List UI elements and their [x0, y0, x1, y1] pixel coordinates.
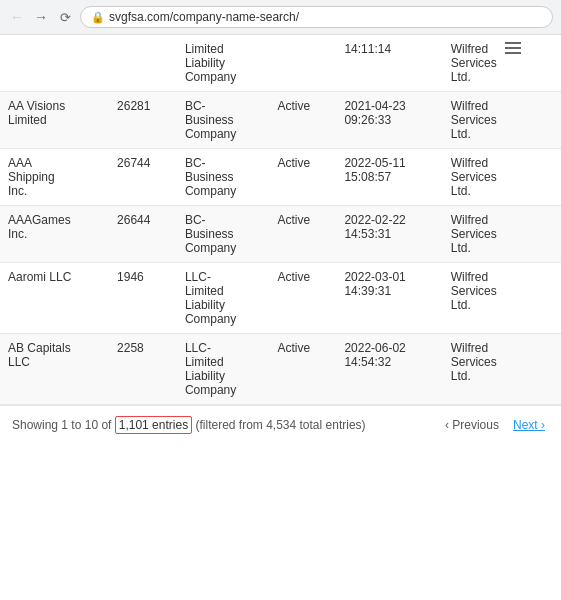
entries-count: 1,101 entries: [115, 416, 192, 434]
table-row: AAAShippingInc. 26744 BC-BusinessCompany…: [0, 149, 561, 206]
cell-agent: WilfredServicesLtd.: [443, 92, 561, 149]
cell-status: Active: [269, 334, 336, 405]
cell-registered: 2022-05-1115:08:57: [336, 149, 442, 206]
cell-status: [269, 35, 336, 92]
cell-registered: 14:11:14: [336, 35, 442, 92]
cell-registered: 2022-06-0214:54:32: [336, 334, 442, 405]
table-row: LimitedLiabilityCompany 14:11:14 Wilfred…: [0, 35, 561, 92]
address-bar[interactable]: 🔒 svgfsa.com/company-name-search/: [80, 6, 553, 28]
url-text: svgfsa.com/company-name-search/: [109, 10, 299, 24]
cell-number: 26281: [109, 92, 177, 149]
cell-status: Active: [269, 263, 336, 334]
previous-button[interactable]: ‹ Previous: [441, 416, 503, 434]
cell-number: 26644: [109, 206, 177, 263]
cell-agent: WilfredServicesLtd.: [443, 35, 561, 91]
showing-suffix: (filtered from 4,534 total entries): [192, 418, 365, 432]
table-footer: Showing 1 to 10 of 1,101 entries (filter…: [0, 405, 561, 444]
cell-registered: 2021-04-2309:26:33: [336, 92, 442, 149]
cell-name: AA VisionsLimited: [0, 92, 109, 149]
cell-name: Aaromi LLC: [0, 263, 109, 334]
cell-type: BC-BusinessCompany: [177, 92, 270, 149]
cell-number: 1946: [109, 263, 177, 334]
cell-type: LLC-LimitedLiabilityCompany: [177, 263, 270, 334]
cell-name: AAAShippingInc.: [0, 149, 109, 206]
cell-number: 2258: [109, 334, 177, 405]
back-button[interactable]: ←: [8, 8, 26, 26]
results-table: LimitedLiabilityCompany 14:11:14 Wilfred…: [0, 35, 561, 405]
cell-agent: WilfredServicesLtd.: [443, 334, 561, 405]
next-button[interactable]: Next ›: [509, 416, 549, 434]
cell-type: BC-BusinessCompany: [177, 206, 270, 263]
browser-chrome: ← → ⟳ 🔒 svgfsa.com/company-name-search/: [0, 0, 561, 35]
forward-button[interactable]: →: [32, 8, 50, 26]
pagination-nav: ‹ Previous Next ›: [441, 416, 549, 434]
hamburger-icon[interactable]: [505, 42, 521, 54]
cell-name: AB CapitalsLLC: [0, 334, 109, 405]
cell-status: Active: [269, 92, 336, 149]
lock-icon: 🔒: [91, 11, 105, 24]
cell-agent: WilfredServicesLtd.: [443, 149, 561, 206]
footer-info: Showing 1 to 10 of 1,101 entries (filter…: [12, 416, 437, 434]
cell-agent: WilfredServicesLtd.: [443, 263, 561, 334]
cell-status: Active: [269, 206, 336, 263]
cell-name: [0, 35, 109, 92]
refresh-button[interactable]: ⟳: [56, 8, 74, 26]
cell-number: [109, 35, 177, 92]
cell-registered: 2022-03-0114:39:31: [336, 263, 442, 334]
table-row: AAAGamesInc. 26644 BC-BusinessCompany Ac…: [0, 206, 561, 263]
cell-type: LimitedLiabilityCompany: [177, 35, 270, 92]
table-row: AB CapitalsLLC 2258 LLC-LimitedLiability…: [0, 334, 561, 405]
cell-number: 26744: [109, 149, 177, 206]
cell-agent: WilfredServicesLtd.: [443, 206, 561, 263]
cell-registered: 2022-02-2214:53:31: [336, 206, 442, 263]
cell-status: Active: [269, 149, 336, 206]
showing-prefix: Showing 1 to 10 of: [12, 418, 115, 432]
table-row: Aaromi LLC 1946 LLC-LimitedLiabilityComp…: [0, 263, 561, 334]
cell-type: BC-BusinessCompany: [177, 149, 270, 206]
cell-type: LLC-LimitedLiabilityCompany: [177, 334, 270, 405]
table-row: AA VisionsLimited 26281 BC-BusinessCompa…: [0, 92, 561, 149]
page-content: LimitedLiabilityCompany 14:11:14 Wilfred…: [0, 35, 561, 444]
cell-name: AAAGamesInc.: [0, 206, 109, 263]
